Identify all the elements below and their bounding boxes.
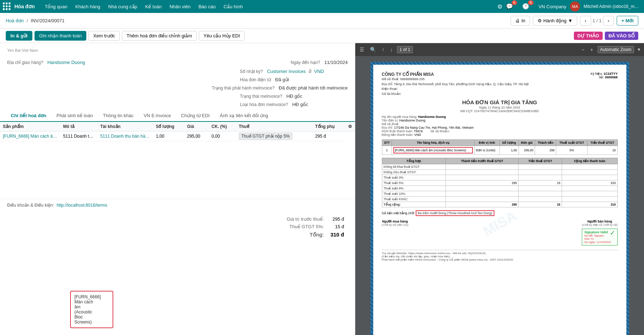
einvoice-label: Hóa đơn điện tử [240,77,271,82]
tab-mapping[interactable]: Ánh xạ liên kết đối ứng [215,110,273,122]
breadcrumb-separator: / [27,18,28,23]
user-avatar[interactable]: MA [570,1,580,12]
nav-reports[interactable]: Báo cáo [195,0,219,13]
doc-right-header: Ký hiệu: 1C24TYY Số: 0000068 [590,72,617,79]
messages-icon[interactable]: 💬6 [506,3,519,10]
doc-col-taxrate: Thuế suất GTGT [556,140,587,146]
preview-button[interactable]: Xem trước [88,31,120,41]
col-qty: Số lượng [153,122,184,132]
buyer-sign-note: (Chữ ký số (nếu có)) [382,223,408,226]
pdf-search-button[interactable]: 🔍 [369,46,378,53]
nav-suppliers[interactable]: Nhà cung cấp [105,0,141,13]
nav-accounting[interactable]: Kế toán [142,0,165,13]
tab-edi[interactable]: Chứng từ EDI [176,110,215,122]
buyer-info: Họ tên người mua hàng: Handsome Duong Tê… [382,115,618,137]
pdf-zoom-dropdown-icon[interactable]: ▼ [637,47,641,52]
prev-page-button[interactable]: ‹ [580,16,591,26]
doc-table-row: 1 [FURN_6666] Màn cách âm (Acoustic Bloc… [382,146,617,155]
row-product[interactable]: [FURN_6666] Màn cách âm. [0,132,60,141]
top-nav-right: ⚙ 💬6 🕐8 VN Company MA Mitchell Admin (od… [497,1,641,12]
tab-accounting[interactable]: Phát sinh kế toán [51,110,98,122]
settings-icon[interactable]: ⚙ [497,3,502,10]
page-info: 1 / 1 [593,18,602,23]
summary-row-total: Tổng cộng: 295 15 310 [382,202,617,207]
checkmark-icon: ✓ [610,229,615,237]
summary-row-other: Thuế suất KHÁC: [382,197,617,202]
footer-line1: Tra cứu tại Website: https://www.meinvoi… [382,252,618,255]
doc-row-stt: 1 [382,146,392,155]
add-credit-note-button[interactable]: Thêm hoá đơn điều chỉnh giảm [122,31,197,41]
company-name: VN Company [539,4,566,9]
register-payment-button[interactable]: Ghi nhận thanh toán [35,31,87,41]
pdf-next-page-button[interactable]: ↓ [389,46,394,53]
print-button[interactable]: 🖨 In [511,16,530,26]
shipping-field: Địa chỉ giao hàng? Handsome Duong [7,60,85,65]
product-tooltip: [FURN_6666] Màn cách âm (Acoustic Bloc S… [70,291,113,328]
doc-col-price: Đơn giá [519,140,535,146]
nav-config[interactable]: Cấu hình [220,0,247,13]
doc-date-line: Ngày 11 tháng 10 năm 2024 [382,106,618,109]
pdf-prev-page-button[interactable]: ↑ [380,46,386,53]
shipping-value[interactable]: Handsome Duong [47,60,85,65]
summary-row-nokkc: Không chịu thuế GTGT: [382,170,617,175]
vat5-val: 15 đ [328,223,347,230]
status-posted-badge[interactable]: ĐÃ VÀO SỔ [605,32,638,40]
doc-sign-row: Người mua hàng (Chữ ký số (nếu có)) Ngườ… [382,220,618,245]
publish-status-field: Trạng thái phát hành melnvoice? Đã được … [212,85,348,91]
total-text-label: Số tiền viết bằng chữ: [382,211,415,215]
currency-label: ở [309,69,311,74]
company-name-doc: CÔNG TY CỔ PHẦN MISA [382,72,529,77]
invoice-table-container: Sản phẩm Mô tả Tài khoản Số lượng Giá CK… [0,122,355,141]
form-fields-top: Yen Bai Viet Nam [0,43,355,58]
tabs-row: Chi tiết hoá đơn Phát sinh kế toán Thông… [0,110,355,122]
terms-value[interactable]: http://localhost:8016/terms [56,203,107,208]
nav-overview[interactable]: Tổng quan [41,0,71,13]
doc-title: HÓA ĐƠN GIÁ TRỊ GIA TĂNG [382,99,618,106]
doc-col-stt: STT [382,140,392,146]
print-send-button[interactable]: In & gửi [6,31,32,41]
tab-other-info[interactable]: Thông tin khác [98,110,138,122]
tab-vn-einvoice[interactable]: VN E-Invoice [139,110,176,122]
app-title: Hóa đơn [14,4,35,9]
pdf-toggle-panel-button[interactable]: ☰ [358,46,366,53]
action-button[interactable]: ⚙ Hành động ▼ [533,16,577,26]
nav-employees[interactable]: Nhân viên [166,0,194,13]
status-draft-badge[interactable]: DỰ THẢO [574,32,603,40]
pdf-toolbar: ☰ 🔍 ↑ ↓ 1 of 1 − + Automatic Zoom ▼ [355,43,644,56]
footer-line2: (Cần kiểm tra, đối chiếu khi lập, giao, … [382,255,618,258]
cancel-edi-button[interactable]: Yêu cầu Hủy EDI [199,31,245,41]
app-grid-icon[interactable] [3,3,11,10]
invoice-type-value: HĐ gốc [292,102,308,107]
einvoice-field: Hóa đơn điện tử Đã gửi [240,77,348,82]
doc-col-amount: Thành tiền [535,140,556,146]
pretax-label: Giá trị trước thuế: [284,216,327,222]
pdf-zoom-level[interactable]: Automatic Zoom [598,46,634,53]
doc-row-taxamt: 15 [587,146,617,155]
footer-line3: Phát hành bởi phần mềm MISA meInvoice - … [382,258,618,261]
activity-icon[interactable]: 🕐8 [522,3,535,10]
pdf-zoom-in-button[interactable]: + [589,46,595,53]
nav-customers[interactable]: Khách hàng [72,0,104,13]
summary-row-8pct: Thuế suất 8%: [382,186,617,191]
signature-valid-box: ✓ Signature Valid Ký bởi: Nguyen Dan Tri… [582,229,617,245]
buyer-sign-title: Người mua hàng [382,220,408,223]
next-page-button[interactable]: › [603,16,614,26]
new-button[interactable]: + Mới [617,16,638,26]
col-discount: CK. (%) [209,122,236,132]
seller-sign-title: Người bán hàng [582,220,617,223]
meinvoice-status-value: HĐ gốc [287,93,302,99]
pdf-zoom-out-button[interactable]: − [580,46,586,53]
form-row-publish: Trạng thái phát hành melnvoice? Đã được … [0,84,355,92]
breadcrumb-parent[interactable]: Hoá đơn [6,18,24,23]
tax-badge: Thuế GTGT phải nộp 5% [239,133,292,140]
tooltip-line-6: Screens) [74,320,109,325]
row-price: 295,00 [184,132,209,141]
form-row-einvoice: Hóa đơn điện tử Đã gửi [0,75,355,84]
tab-invoice-detail[interactable]: Chi tiết hoá đơn [6,110,51,122]
summary-header-pretax: Thành tiền trước thuế GTGT [446,158,518,164]
col-config[interactable]: ⚙ [345,122,355,132]
col-price: Giá [184,122,209,132]
buyer-sign-block: Người mua hàng (Chữ ký số (nếu có)) [382,220,408,245]
terms-label: Điều khoản & Điều kiện: [7,203,54,208]
journal-value[interactable]: Customer Invoices [267,69,306,74]
